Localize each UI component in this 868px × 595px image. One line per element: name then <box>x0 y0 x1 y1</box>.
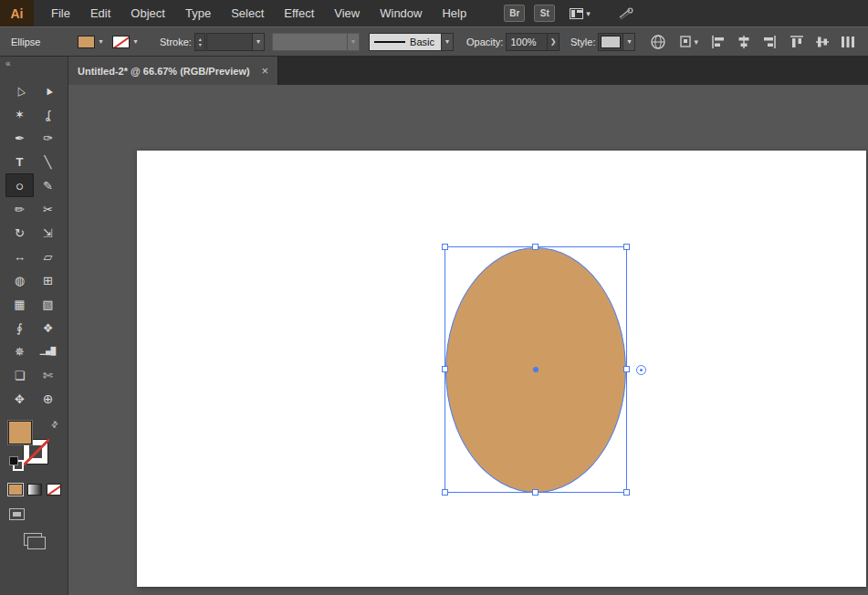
swap-fill-stroke-icon[interactable]: ⇄ <box>49 419 60 430</box>
menu-select[interactable]: Select <box>221 0 274 26</box>
align-right-icon[interactable] <box>762 35 777 49</box>
stroke-weight-label[interactable]: Stroke: <box>160 37 192 47</box>
stepper-down-icon[interactable]: ▾ <box>199 42 202 47</box>
tool-perspective-grid[interactable]: ⊞ <box>34 268 62 292</box>
tool-lasso[interactable]: ʆ <box>34 102 62 126</box>
selection-handle-bottom-center[interactable] <box>532 489 539 496</box>
tool-rotate[interactable]: ↻ <box>5 221 34 245</box>
tool-scale[interactable]: ⇲ <box>34 221 62 245</box>
menu-window[interactable]: Window <box>370 0 432 26</box>
menu-edit[interactable]: Edit <box>80 0 120 26</box>
selection-handle-top-right[interactable] <box>623 244 630 250</box>
tool-column-graph[interactable]: ▁▄█ <box>34 339 62 363</box>
arrange-chevron-icon: ▾ <box>694 37 698 47</box>
align-left-icon[interactable] <box>711 35 726 49</box>
workspace-switcher[interactable]: ▾ <box>570 8 591 19</box>
blend-tool-icon: ❖ <box>43 322 54 334</box>
tool-eyedropper[interactable]: ∮ <box>5 316 34 339</box>
stroke-dropdown-icon[interactable]: ▾ <box>130 35 141 49</box>
tool-mesh[interactable]: ▦ <box>5 292 34 316</box>
zoom-tool-icon: ⊕ <box>43 392 54 405</box>
tool-free-transform[interactable]: ▱ <box>34 245 62 268</box>
stroke-color-swatch[interactable] <box>112 36 130 48</box>
gradient-button[interactable] <box>27 484 42 496</box>
paintbrush-tool-icon: ✎ <box>43 180 53 192</box>
selection-handle-middle-right[interactable] <box>623 366 630 372</box>
tool-magic-wand[interactable]: ✶ <box>5 102 34 126</box>
scissors-tool-icon: ✂ <box>43 204 53 215</box>
stroke-weight-stepper[interactable]: ▴ ▾ <box>194 33 206 51</box>
fill-dropdown-icon[interactable]: ▾ <box>95 35 107 49</box>
bridge-button[interactable]: Br <box>504 5 525 22</box>
opacity-label[interactable]: Opacity: <box>466 37 503 47</box>
recolor-artwork-button[interactable] <box>650 34 666 50</box>
fill-swatch[interactable] <box>8 421 32 444</box>
align-top-icon[interactable] <box>790 35 804 49</box>
stock-button[interactable]: St <box>534 5 555 22</box>
selection-handle-top-center[interactable] <box>532 244 539 250</box>
gpu-performance-icon[interactable] <box>618 6 634 21</box>
menu-effect[interactable]: Effect <box>274 0 324 26</box>
stroke-weight-dropdown-icon[interactable]: ▾ <box>252 34 264 50</box>
distribute-icon[interactable] <box>841 35 855 49</box>
tool-scissors[interactable]: ✂ <box>34 197 62 221</box>
arrange-icon <box>679 35 694 48</box>
tool-type[interactable]: T <box>5 150 34 173</box>
tool-line-segment[interactable]: ╲ <box>34 150 62 173</box>
tool-blend[interactable]: ❖ <box>34 316 62 339</box>
align-center-icon[interactable] <box>737 35 751 49</box>
pen-tool-icon: ✒ <box>15 132 25 144</box>
menu-help[interactable]: Help <box>432 0 476 26</box>
tool-pen[interactable]: ✒ <box>5 126 34 150</box>
align-middle-icon[interactable] <box>815 35 830 49</box>
none-button[interactable] <box>47 484 61 496</box>
tool-ellipse[interactable]: ○ <box>5 173 34 197</box>
tool-zoom[interactable]: ⊕ <box>34 387 62 411</box>
brush-dropdown-icon[interactable]: ▾ <box>441 34 453 50</box>
stroke-color-control[interactable]: ▾ <box>112 35 141 49</box>
tool-slice[interactable]: ✄ <box>34 363 62 387</box>
color-button[interactable] <box>8 484 23 496</box>
selection-handle-top-left[interactable] <box>442 244 448 250</box>
menu-object[interactable]: Object <box>120 0 175 26</box>
selection-handle-bottom-right[interactable] <box>623 489 630 496</box>
fill-color-control[interactable]: ▾ <box>78 35 107 49</box>
tool-symbol-sprayer[interactable]: ✵ <box>5 339 34 363</box>
selection-bounding-box <box>444 246 627 493</box>
fill-color-swatch[interactable] <box>78 36 95 48</box>
drawing-mode-button[interactable] <box>9 508 25 520</box>
workspace-icon <box>570 8 583 19</box>
tool-selection[interactable]: △ <box>5 78 34 102</box>
tool-direct-selection[interactable]: ▲ <box>34 78 62 102</box>
tool-gradient[interactable]: ▧ <box>34 292 62 316</box>
brush-definition-combo[interactable]: Basic ▾ <box>369 33 454 51</box>
opacity-dropdown-icon[interactable]: ❯ <box>548 33 559 51</box>
live-shape-widget[interactable] <box>636 365 646 375</box>
stroke-weight-combo[interactable]: ▾ <box>206 33 264 51</box>
tool-paintbrush[interactable]: ✎ <box>34 173 62 197</box>
magic-wand-tool-icon: ✶ <box>15 109 25 120</box>
tool-artboard[interactable]: ❏ <box>5 363 34 387</box>
style-combo[interactable]: ▾ <box>598 33 635 51</box>
tool-grid: △ ▲ ✶ ʆ ✒ ✑ T ╲ ○ ✎ ✏ ✂ ↻ ⇲ ↔ ▱ ◍ ⊞ ▦ ▧ … <box>0 73 68 411</box>
tool-shape-builder[interactable]: ◍ <box>5 268 34 292</box>
menu-type[interactable]: Type <box>175 0 221 26</box>
style-label[interactable]: Style: <box>570 37 596 47</box>
menu-view[interactable]: View <box>324 0 370 26</box>
screen-mode-button[interactable] <box>24 533 42 546</box>
tool-width[interactable]: ↔ <box>5 245 34 268</box>
center-anchor-point[interactable] <box>533 367 539 372</box>
collapse-panel-icon[interactable]: « <box>5 58 11 68</box>
tab-close-icon[interactable]: × <box>261 65 268 77</box>
opacity-input[interactable] <box>506 33 548 51</box>
tool-curvature[interactable]: ✑ <box>34 126 62 150</box>
menu-file[interactable]: File <box>41 0 80 26</box>
style-dropdown-icon[interactable]: ▾ <box>622 34 634 50</box>
default-fill-stroke-icon[interactable] <box>9 456 20 467</box>
selection-handle-bottom-left[interactable] <box>442 489 448 496</box>
tool-pencil[interactable]: ✏ <box>5 197 34 221</box>
selection-handle-middle-left[interactable] <box>442 366 448 372</box>
align-to-dropdown[interactable]: ▾ <box>679 35 698 48</box>
document-tab[interactable]: Untitled-2* @ 66.67% (RGB/Preview) × <box>68 57 278 85</box>
tool-hand[interactable]: ✥ <box>5 387 34 411</box>
